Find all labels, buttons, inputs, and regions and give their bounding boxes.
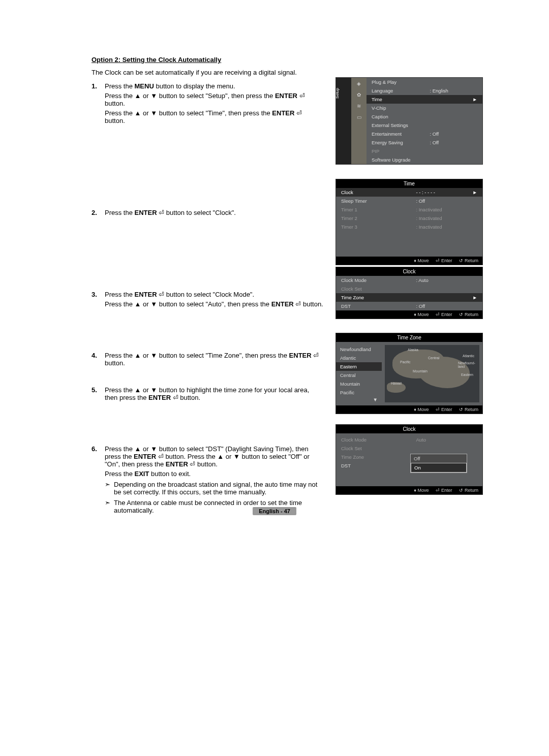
osd-row-label: Clock Set [341,446,416,451]
enter-icon: ⏎ [190,460,195,468]
osd-row: Language: English [367,86,482,95]
osd-row: Caption [367,112,482,121]
text: button to display the menu. [154,82,235,90]
osd-row-value: : Off [430,131,472,137]
step-number: 1. [92,82,105,90]
footer-move: Move [417,258,429,263]
text: button to select "Setup", then press the [157,92,275,100]
enter-button-label: ENTER [134,453,156,460]
osd-timezone-menu: Time Zone NewfoundlandAtlanticEasternCen… [336,333,483,414]
osd-row-value: : Off [416,198,470,204]
dst-option: Off [411,454,467,463]
osd-row-label: Clock Mode [341,437,416,443]
arrow-right-icon: ► [471,190,477,195]
osd-row: Energy Saving: Off [367,138,482,147]
osd-footer: ♦ Move ⏎ Enter ↺ Return [336,486,482,494]
osd-row-label: Timer 3 [341,224,416,230]
osd-row-label: DST [341,463,416,468]
map-label: Eastern [461,373,473,376]
move-icon: ♦ [414,258,416,263]
enter-button-label: ENTER [275,92,297,100]
down-icon: ▼ [150,445,157,453]
dst-option: On [411,463,467,472]
timezone-item: Eastern [336,362,382,371]
timezone-map: Alaska Pacific Mountain Central Atlantic… [385,345,479,402]
note-icon: ➣ [105,481,114,488]
footer-enter: Enter [441,407,452,412]
osd-row-value: : Inactivated [416,215,470,221]
map-label: Pacific [400,360,411,364]
footer-move: Move [417,488,429,493]
osd-row: DST: Off [336,302,482,310]
footer-return: Return [465,312,478,317]
timezone-item: Newfoundland [336,345,382,354]
osd-clock-menu: Clock Clock Mode: AutoClock SetTime Zone… [336,267,483,319]
osd-row-label: Time Zone [341,295,416,300]
down-icon: ▼ [150,300,157,308]
text: button to select "Clock". [164,209,236,216]
enter-button-label: ENTER [166,460,188,468]
text: or [141,92,150,100]
osd-row-value: : Inactivated [416,224,470,230]
step-number: 2. [92,209,105,216]
osd-row: Clock Set [336,444,482,453]
enter-icon: ⏎ [436,258,440,263]
osd-row-label: Energy Saving [372,140,430,145]
intro-text: The Clock can be set automatically if yo… [92,69,488,76]
osd-row-label: Plug & Play [372,79,430,85]
osd-row-label: Timer 2 [341,215,416,221]
enter-button-label: ENTER [148,394,171,401]
signal-icon: ≋ [355,102,362,109]
text: Press the [105,352,135,359]
osd-row: Timer 2: Inactivated [336,214,482,223]
text: Press the [105,291,135,298]
osd-row: Plug & Play [367,78,482,86]
osd-row-label: PIP [372,148,430,154]
text: button. [178,394,200,401]
osd-row: V-Chip [367,104,482,112]
step-number: 6. [92,445,105,453]
text: button to select "Auto", then press the [157,300,271,308]
osd-row-label: Time [372,97,430,102]
osd-row: External Settings [367,121,482,130]
note-text: Depending on the broadcast station and s… [114,481,323,496]
text: Press the [105,209,135,216]
osd-row-label: V-Chip [372,105,430,111]
enter-icon: ⏎ [436,407,440,412]
text: button to select "Clock Mode". [164,291,254,298]
timezone-item: Central [336,371,382,380]
map-label: Newfound-land [458,361,478,368]
footer-enter: Enter [441,488,452,493]
osd-row: Sleep Timer: Off [336,197,482,205]
osd-row-label: Language [372,88,430,93]
map-label: Alaska [408,348,418,352]
enter-button-label: ENTER [271,300,294,308]
footer-return: Return [465,407,478,412]
osd-row-label: Clock Set [341,286,416,292]
enter-icon: ⏎ [299,92,305,100]
enter-icon: ⏎ [158,453,164,460]
text: or [141,352,150,359]
up-icon: ▲ [135,300,141,308]
text: or [141,300,150,308]
step-number: 3. [92,291,105,298]
arrow-right-icon: ► [472,97,477,102]
osd-footer: ♦ Move ⏎ Enter ↺ Return [336,257,482,265]
text: or [224,453,233,460]
down-icon: ▼ [150,352,157,359]
osd-row-value: : Inactivated [416,207,470,212]
move-icon: ♦ [414,407,416,412]
enter-button-label: ENTER [289,352,312,359]
osd-row: Entertainment: Off [367,130,482,138]
timezone-item: Pacific [336,388,382,397]
osd-row-value: : Off [416,303,470,309]
return-icon: ↺ [459,258,463,263]
enter-icon: ⏎ [159,291,164,298]
text: Press the [105,82,135,90]
text: Press the [105,109,135,117]
footer-move: Move [417,312,429,317]
osd-row-label: External Settings [372,122,430,128]
page-number: English - 47 [253,507,296,515]
osd-row: Time Zone► [336,293,482,302]
osd-row-label: Time Zone [341,454,416,460]
